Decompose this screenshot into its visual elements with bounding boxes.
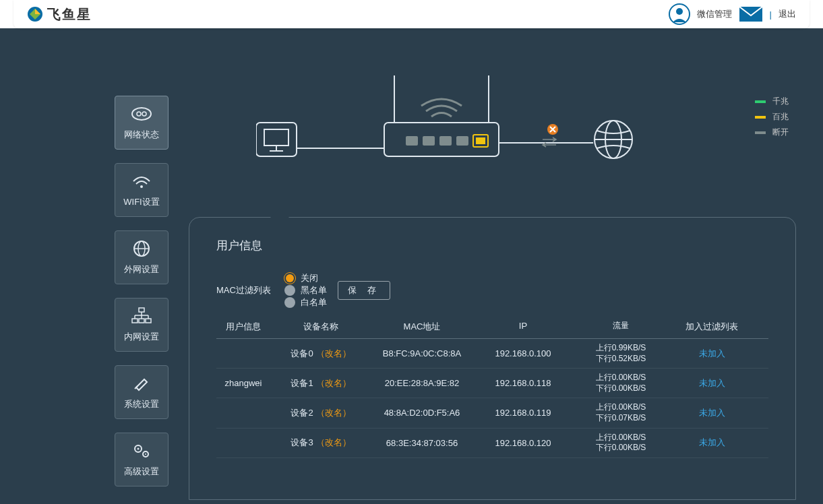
network-diagram: 千兆 百兆 断开 <box>189 96 823 217</box>
svg-rect-25 <box>264 129 288 146</box>
legend-gigabit: 千兆 <box>772 96 789 107</box>
port-legend: 千兆 百兆 断开 <box>755 96 789 142</box>
cell-traffic: 上行0.00KB/S下行0.00KB/S <box>574 433 668 453</box>
svg-rect-37 <box>476 137 485 144</box>
sidebar: 网络状态WIFI设置外网设置内网设置系统设置高级设置 <box>0 96 189 504</box>
th-traffic: 流量 <box>574 321 668 333</box>
nav-label: 系统设置 <box>124 398 159 410</box>
top-bar: 飞鱼星 微信管理 | 退出 <box>13 0 810 28</box>
radio-label: 黑名单 <box>301 284 327 296</box>
legend-swatch-hundred <box>755 116 766 119</box>
mac-filter-row: MAC过滤列表 关闭黑名单白名单 保 存 <box>216 272 768 309</box>
wechat-manage-link[interactable]: 微信管理 <box>697 8 732 20</box>
cell-ip: 192.168.0.118 <box>473 378 574 388</box>
nav-wifi[interactable]: WIFI设置 <box>115 163 169 217</box>
svg-point-5 <box>137 112 141 116</box>
table-header: 用户信息 设备名称 MAC地址 IP 流量 加入过滤列表 <box>216 321 768 339</box>
cell-action: 未加入 <box>668 348 756 360</box>
join-filter-link[interactable]: 未加入 <box>699 408 725 418</box>
th-mac: MAC地址 <box>371 321 473 333</box>
th-user: 用户信息 <box>216 321 270 333</box>
user-avatar-icon[interactable] <box>669 3 690 25</box>
th-device: 设备名称 <box>270 321 371 333</box>
cell-mac: 48:8A:D2:0D:F5:A6 <box>371 408 473 418</box>
panel-title: 用户信息 <box>216 238 768 253</box>
svg-rect-34 <box>439 136 452 146</box>
rename-link[interactable]: （改名） <box>316 348 351 360</box>
svg-rect-32 <box>406 136 418 146</box>
radio-icon <box>284 285 295 296</box>
cell-action: 未加入 <box>668 407 756 419</box>
nav-label: 网络状态 <box>124 129 159 141</box>
nav-label: WIFI设置 <box>123 196 159 208</box>
svg-rect-13 <box>139 319 144 323</box>
nav-label: 高级设置 <box>124 466 159 478</box>
svg-rect-11 <box>139 308 144 312</box>
brand-text: 飞鱼星 <box>47 5 92 24</box>
cell-device: 设备1（改名） <box>270 377 371 389</box>
cell-mac: 68:3E:34:87:03:56 <box>371 438 473 448</box>
save-button[interactable]: 保 存 <box>338 281 390 300</box>
radio-option-0[interactable]: 关闭 <box>284 272 327 284</box>
svg-point-2 <box>676 8 683 15</box>
cell-traffic: 上行0.00KB/S下行0.00KB/S <box>574 373 668 393</box>
svg-point-7 <box>140 185 143 188</box>
nav-label: 内网设置 <box>124 331 159 343</box>
nav-status[interactable]: 网络状态 <box>115 96 169 150</box>
nav-system[interactable]: 系统设置 <box>115 365 169 419</box>
table-row: 设备0（改名）B8:FC:9A:0C:C8:8A192.168.0.100上行0… <box>216 339 768 369</box>
legend-hundred: 百兆 <box>772 111 789 123</box>
rename-link[interactable]: （改名） <box>316 377 351 389</box>
join-filter-link[interactable]: 未加入 <box>699 348 725 358</box>
divider: | <box>770 9 772 20</box>
nav-label: 外网设置 <box>124 263 159 276</box>
th-ip: IP <box>473 321 574 333</box>
user-table: 用户信息 设备名称 MAC地址 IP 流量 加入过滤列表 设备0（改名）B8:F… <box>216 321 768 458</box>
brand-icon <box>27 6 43 22</box>
cell-ip: 192.168.0.100 <box>473 348 574 358</box>
filter-label: MAC过滤列表 <box>216 284 271 296</box>
diagram-svg <box>256 69 823 203</box>
advanced-icon <box>129 441 154 460</box>
svg-point-23 <box>145 453 146 455</box>
svg-point-21 <box>138 448 140 450</box>
logout-link[interactable]: 退出 <box>779 8 796 20</box>
cell-mac: 20:EE:28:8A:9E:82 <box>371 378 473 388</box>
join-filter-link[interactable]: 未加入 <box>699 378 725 388</box>
rename-link[interactable]: （改名） <box>316 437 351 449</box>
svg-point-6 <box>142 112 146 116</box>
table-row: 设备3（改名）68:3E:34:87:03:56192.168.0.120上行0… <box>216 429 768 458</box>
radio-option-2[interactable]: 白名单 <box>284 296 327 309</box>
user-info-panel: 用户信息 MAC过滤列表 关闭黑名单白名单 保 存 用户信息 设备名称 MAC地… <box>189 217 796 500</box>
radio-option-1[interactable]: 黑名单 <box>284 284 327 296</box>
join-filter-link[interactable]: 未加入 <box>699 437 725 447</box>
cell-device: 设备3（改名） <box>270 437 371 449</box>
cell-ip: 192.168.0.119 <box>473 408 574 418</box>
radio-icon <box>284 297 295 308</box>
lan-icon <box>129 307 154 325</box>
cell-action: 未加入 <box>668 437 756 449</box>
system-icon <box>129 374 154 393</box>
cell-device: 设备0（改名） <box>270 348 371 360</box>
nav-lan[interactable]: 内网设置 <box>115 298 169 352</box>
status-icon <box>129 104 154 123</box>
wifi-icon <box>129 172 154 191</box>
cell-traffic: 上行0.00KB/S下行0.07KB/S <box>574 402 668 423</box>
mail-icon[interactable] <box>739 6 763 22</box>
svg-rect-33 <box>423 136 435 146</box>
radio-icon <box>286 274 294 282</box>
th-action: 加入过滤列表 <box>668 321 756 333</box>
logo: 飞鱼星 <box>27 5 92 24</box>
rename-link[interactable]: （改名） <box>316 407 351 419</box>
radio-label: 关闭 <box>301 272 318 284</box>
table-row: zhangwei设备1（改名）20:EE:28:8A:9E:82192.168.… <box>216 369 768 398</box>
wan-icon <box>129 239 154 258</box>
nav-advanced[interactable]: 高级设置 <box>115 433 169 486</box>
cell-traffic: 上行0.99KB/S下行0.52KB/S <box>574 343 668 364</box>
svg-rect-14 <box>146 319 151 323</box>
cell-user: zhangwei <box>216 378 270 388</box>
cell-device: 设备2（改名） <box>270 407 371 419</box>
nav-wan[interactable]: 外网设置 <box>115 230 169 284</box>
svg-rect-12 <box>132 319 138 323</box>
cell-mac: B8:FC:9A:0C:C8:8A <box>371 348 473 358</box>
